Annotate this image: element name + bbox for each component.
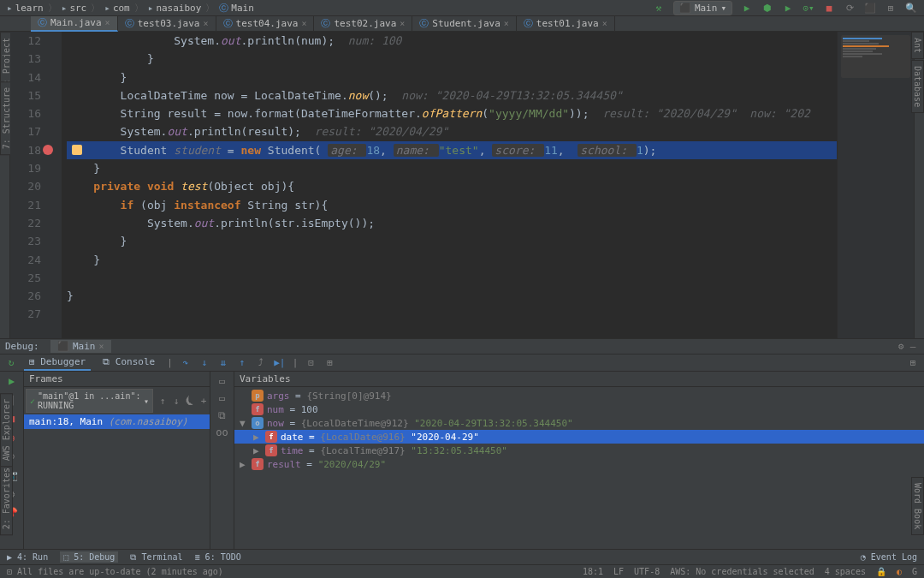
lock-icon[interactable]: 🔒	[876, 567, 886, 576]
code-line[interactable]: System.out.println(result); result: "202…	[67, 122, 837, 140]
close-icon[interactable]: ×	[400, 19, 405, 28]
code-line[interactable]: }	[67, 287, 837, 305]
run-to-cursor-icon[interactable]: ▶|	[274, 357, 286, 369]
line-separator[interactable]: LF	[613, 567, 624, 576]
editor[interactable]: 12131415161718192021222324252627 System.…	[10, 32, 914, 338]
inspector-icon[interactable]: ◐	[897, 567, 902, 576]
close-icon[interactable]: ×	[105, 18, 110, 27]
event-log-btn[interactable]: ◔ Event Log	[861, 552, 917, 562]
console-tab[interactable]: ⧉ Console	[98, 355, 160, 371]
breadcrumb-item[interactable]: ⓒ Main	[219, 2, 254, 15]
close-icon[interactable]: ×	[602, 19, 607, 28]
commit-icon[interactable]: ⬛	[864, 2, 876, 14]
breadcrumb-item[interactable]: ▸ learn	[7, 3, 44, 14]
run-config-selector[interactable]: ⬛ Main ▾	[673, 1, 732, 15]
code-line[interactable]: LocalDateTime now = LocalDateTime.now();…	[67, 86, 837, 104]
rerun-icon[interactable]: ↻	[5, 357, 17, 369]
breadcrumb-item[interactable]: ▸ src	[62, 3, 87, 14]
add-icon[interactable]: +	[198, 395, 210, 407]
google-icon[interactable]: G	[912, 567, 917, 576]
step-into-icon[interactable]: ↓	[198, 357, 210, 369]
terminal-tool[interactable]: ⧉ Terminal	[130, 552, 182, 563]
search-icon[interactable]: 🔍	[905, 2, 917, 14]
variable-row[interactable]: ▼onow = {LocalDateTime@912} "2020-04-29T…	[234, 416, 924, 430]
variable-row[interactable]: ▶fdate = {LocalDate@916} "2020-04-29"	[234, 430, 924, 444]
prev-frame-icon[interactable]: ↑	[157, 395, 169, 407]
close-icon[interactable]: ×	[99, 342, 104, 351]
gear-icon[interactable]: ⚙	[895, 341, 907, 353]
code-line[interactable]: System.out.println(num); num: 100	[67, 32, 837, 50]
drop-frame-icon[interactable]: ⤴	[255, 357, 267, 369]
wordbook-tool[interactable]: Word Book	[911, 477, 924, 535]
aws-explorer-tool[interactable]: AWS Explorer	[0, 393, 13, 467]
filter-frames-icon[interactable]: ⏾	[184, 395, 196, 407]
git-update-icon[interactable]: ⟳	[844, 2, 856, 14]
close-icon[interactable]: ×	[204, 19, 209, 28]
build-icon[interactable]: ⚒	[653, 2, 665, 14]
step-over-icon[interactable]: ↷	[180, 357, 192, 369]
close-icon[interactable]: ×	[504, 19, 509, 28]
database-tool[interactable]: Database	[911, 60, 924, 113]
run-icon[interactable]: ▶	[741, 2, 753, 14]
code-line[interactable]: Student student = new Student( age: 18, …	[67, 141, 837, 159]
code-line[interactable]: System.out.println(str.isEmpty());	[67, 214, 837, 232]
breakpoint-icon[interactable]	[43, 145, 53, 155]
stack-frame[interactable]: main:18, Main (com.nasaiboy)	[24, 414, 210, 429]
copy-icon[interactable]: ⧉	[216, 409, 228, 421]
new-watch-icon[interactable]: ▭	[216, 375, 228, 387]
variable-row[interactable]: pargs = {String[0]@914}	[234, 389, 924, 402]
variable-row[interactable]: ▶fresult = "2020/04/29"	[234, 457, 924, 471]
favorites-tool[interactable]: 2: Favorites	[0, 462, 13, 535]
run-tool[interactable]: ▶ 4: Run	[7, 552, 48, 562]
remove-watch-icon[interactable]: ▭	[216, 392, 228, 404]
encoding[interactable]: UTF-8	[634, 567, 660, 576]
code-line[interactable]: String result = now.format(DateTimeForma…	[67, 104, 837, 122]
minimap[interactable]	[837, 32, 914, 338]
code-area[interactable]: System.out.println(num); num: 100 } } Lo…	[62, 32, 837, 338]
layout-icon[interactable]: ⊞	[907, 357, 919, 369]
code-line[interactable]: private void test(Object obj){	[67, 177, 837, 195]
status-icon[interactable]: ⊡	[7, 567, 12, 576]
coverage-icon[interactable]: ▶	[782, 2, 794, 14]
caret-position[interactable]: 18:1	[583, 567, 603, 576]
variable-row[interactable]: fnum = 100	[234, 402, 924, 416]
code-line[interactable]	[67, 269, 837, 287]
debugger-tab[interactable]: ⊞ Debugger	[24, 355, 91, 371]
debug-tool-btn[interactable]: ⬚ 5: Debug	[60, 551, 118, 563]
indent-status[interactable]: 4 spaces	[825, 567, 866, 576]
gutter[interactable]: 12131415161718192021222324252627	[10, 32, 62, 338]
code-line[interactable]: }	[67, 69, 837, 86]
editor-tab[interactable]: ⓒ test03.java ×	[118, 16, 216, 31]
structure-icon[interactable]: ⊞	[885, 2, 897, 14]
debug-session-tab[interactable]: ⬛ Main ×	[50, 340, 111, 353]
thread-selector[interactable]: ✓ "main"@1 in ...ain": RUNNING ▾	[26, 389, 153, 413]
code-line[interactable]: }	[67, 232, 837, 250]
stop-icon[interactable]: ■	[823, 2, 835, 14]
step-out-icon[interactable]: ↑	[236, 357, 248, 369]
code-line[interactable]	[67, 305, 837, 323]
evaluate-icon[interactable]: ⊡	[305, 357, 317, 369]
force-step-into-icon[interactable]: ⇊	[217, 357, 229, 369]
ant-tool[interactable]: Ant	[911, 32, 924, 59]
todo-tool[interactable]: ≣ 6: TODO	[195, 552, 241, 562]
bulb-icon[interactable]	[72, 145, 82, 155]
show-watches-icon[interactable]: oo	[216, 426, 228, 438]
editor-tab[interactable]: ⓒ test02.java ×	[314, 16, 412, 31]
left-tool-strip[interactable]: 1: Project 7: Structure	[0, 32, 10, 338]
code-line[interactable]: }	[67, 159, 837, 177]
minimize-icon[interactable]: —	[907, 341, 919, 353]
next-frame-icon[interactable]: ↓	[170, 395, 182, 407]
resume-icon[interactable]: ▶	[6, 375, 18, 387]
code-line[interactable]: if (obj instanceof String str){	[67, 196, 837, 214]
profile-icon[interactable]: ⊙▾	[803, 2, 814, 14]
code-line[interactable]: }	[67, 251, 837, 269]
close-icon[interactable]: ×	[301, 19, 306, 28]
breadcrumb-item[interactable]: ▸ nasaiboy	[148, 3, 202, 14]
editor-tab[interactable]: ⓒ test01.java ×	[517, 16, 615, 31]
trace-icon[interactable]: ⊞	[323, 357, 335, 369]
editor-tab[interactable]: ⓒ test04.java ×	[216, 16, 315, 31]
breadcrumbs[interactable]: ▸ learn〉▸ src〉▸ com〉▸ nasaiboy〉ⓒ Main	[7, 2, 254, 15]
right-tool-strip[interactable]: Ant Database	[914, 32, 924, 338]
breadcrumb-item[interactable]: ▸ com	[104, 3, 130, 14]
debug-icon[interactable]: ⬢	[761, 2, 773, 14]
